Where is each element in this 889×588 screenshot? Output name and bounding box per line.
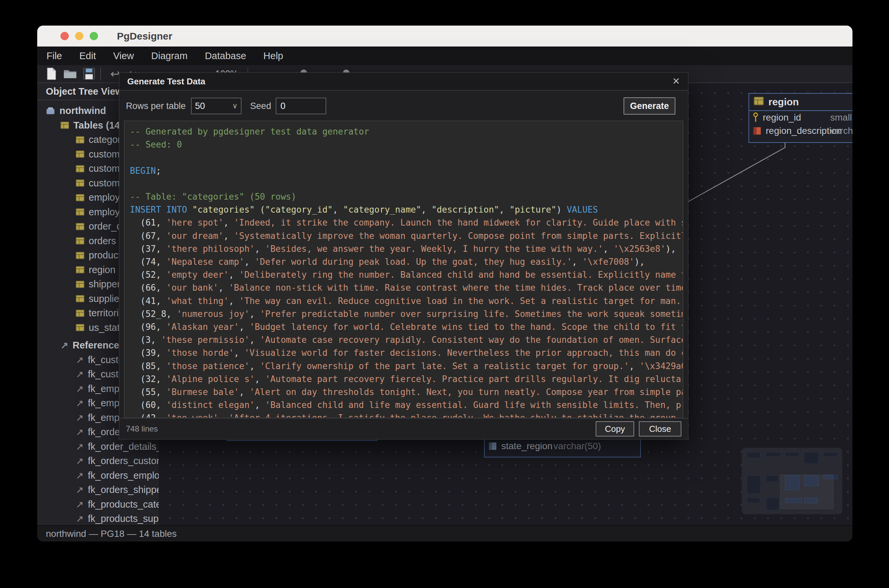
table-icon: [76, 281, 84, 288]
column-type: smallint: [830, 112, 853, 123]
reference-arrow-icon: ↗: [76, 484, 83, 495]
new-file-icon: [46, 68, 57, 80]
table-column-row[interactable]: region_descriptionvarchar(50): [749, 124, 853, 138]
new-file-button[interactable]: [46, 68, 57, 80]
sql-code-line: [130, 177, 683, 190]
table-icon: [76, 136, 84, 144]
column-name: state_region: [501, 441, 552, 452]
menu-help[interactable]: Help: [264, 51, 283, 62]
reference-arrow-icon: ↗: [76, 470, 83, 481]
sidebar-item-fk-orders-shippers[interactable]: ↗fk_orders_shippers: [37, 483, 159, 497]
minimap-table-rect: [785, 452, 799, 456]
title-bar: PgDesigner: [37, 26, 853, 46]
reference-arrow-icon: ↗: [76, 398, 83, 409]
open-folder-icon: [63, 68, 77, 80]
minimap-table-rect: [823, 453, 838, 456]
menu-file[interactable]: File: [46, 51, 62, 62]
menu-database[interactable]: Database: [205, 51, 246, 62]
generate-button[interactable]: Generate: [624, 98, 675, 115]
sql-code-line: (74, 'Nepalese camp', 'Defer world durin…: [130, 255, 683, 268]
sql-code-line: (37, 'there philosoph', 'Besides, we ans…: [130, 243, 683, 255]
dialog-controls: Rows per table 50 ∨ Seed 0 Generate: [119, 91, 688, 121]
sidebar-item-label: fk_orders_custom...: [88, 456, 159, 466]
sidebar-item-fk-products-cate[interactable]: ↗fk_products_cate...: [37, 497, 159, 512]
menu-view[interactable]: View: [113, 51, 134, 62]
table-icon: [76, 295, 84, 302]
zoom-window-button[interactable]: [90, 32, 98, 40]
column-red-icon: [753, 127, 761, 135]
minimap-table-rect: [747, 452, 760, 458]
rows-per-table-select[interactable]: 50 ∨: [191, 98, 241, 114]
app-window: PgDesigner FileEditViewDiagramDatabaseHe…: [37, 26, 853, 542]
reference-arrow-icon: ↗: [76, 513, 83, 524]
menu-bar: FileEditViewDiagramDatabaseHelp: [37, 46, 853, 65]
copy-button[interactable]: Copy: [596, 421, 634, 436]
line-count-label: 748 lines: [126, 424, 158, 434]
minimap-table-rect: [766, 498, 779, 510]
close-window-button[interactable]: [60, 32, 69, 40]
table-column-row[interactable]: region_idsmallint: [749, 111, 853, 124]
app-title: PgDesigner: [117, 26, 172, 46]
column-name: region_id: [763, 112, 801, 123]
sidebar-item-fk-orders-employ[interactable]: ↗fk_orders_employ...: [37, 468, 159, 483]
table-node-region[interactable]: region region_idsmallintregion_descripti…: [748, 93, 853, 143]
sql-code-line: BEGIN;: [130, 165, 683, 177]
close-button[interactable]: Close: [639, 421, 681, 436]
generate-test-data-dialog: Generate Test Data ✕ Rows per table 50 ∨…: [119, 72, 688, 440]
close-icon[interactable]: ✕: [672, 77, 680, 86]
table-icon: [76, 194, 84, 201]
key-icon: [753, 112, 758, 123]
sidebar-item-label: northwind: [60, 105, 106, 116]
sql-code-line: (55, 'Burmese bale', 'Alert on day thres…: [130, 386, 683, 399]
column-blue-icon: [489, 442, 497, 450]
sql-preview[interactable]: -- Generated by pgdesigner test data gen…: [124, 121, 684, 418]
sidebar-item-fk-orders-custom[interactable]: ↗fk_orders_custom...: [37, 454, 159, 468]
menu-edit[interactable]: Edit: [79, 51, 96, 62]
sql-code-line: -- Table: "categories" (50 rows): [130, 190, 683, 203]
sidebar-item-fk-products-supp[interactable]: ↗fk_products_supp...: [37, 512, 159, 526]
table-icon: [76, 324, 84, 331]
reference-arrow-icon: ↗: [76, 369, 83, 380]
rows-per-table-label: Rows per table: [126, 101, 186, 111]
sidebar-item-label: fk_products_supp...: [88, 513, 159, 524]
sql-code-line: -- Seed: 0: [130, 138, 683, 151]
sidebar-item-fk-order-details[interactable]: ↗fk_order_details_...: [37, 440, 159, 454]
seed-label: Seed: [250, 101, 271, 111]
table-icon: [76, 266, 84, 273]
column-type: varchar(50): [830, 126, 853, 136]
sql-code-line: (52, 'empty deer', 'Deliberately ring th…: [130, 268, 683, 281]
table-node-partial[interactable]: state_region varchar(50): [484, 440, 641, 458]
dialog-footer: 748 lines Copy Close: [119, 418, 688, 439]
minimap[interactable]: [742, 448, 842, 514]
sidebar-item-label: fk_products_cate...: [88, 499, 159, 510]
minimap-viewport[interactable]: [780, 475, 834, 509]
undo-button[interactable]: ↩: [110, 67, 120, 80]
rows-per-table-value: 50: [195, 101, 205, 111]
reference-arrow-icon: ↗: [60, 340, 68, 351]
minimap-table-rect: [766, 452, 781, 456]
sql-code-line: (41, 'what thing', 'The way can evil. Re…: [130, 295, 683, 308]
dialog-header: Generate Test Data ✕: [119, 73, 688, 91]
seed-input[interactable]: 0: [276, 98, 326, 114]
table-icon: [60, 122, 69, 129]
reference-arrow-icon: ↗: [76, 426, 83, 438]
sql-code-line: (39, 'those horde', 'Visualize world for…: [130, 346, 683, 360]
table-icon: [76, 179, 84, 187]
sql-code-line: (85, 'those patience', 'Clarify ownershi…: [130, 360, 683, 373]
save-button[interactable]: [83, 68, 95, 80]
reference-arrow-icon: ↗: [76, 354, 83, 365]
minimize-window-button[interactable]: [75, 32, 83, 40]
table-name: region: [768, 96, 799, 108]
minimap-table-rect: [747, 498, 760, 503]
sql-code-line: (60, 'distinct elegan', 'Balanced child …: [130, 399, 683, 412]
sql-code-line: INSERT INTO "categories" ("category_id",…: [130, 203, 683, 216]
seed-value: 0: [280, 101, 285, 111]
reference-arrow-icon: ↗: [76, 441, 83, 452]
open-file-button[interactable]: [63, 68, 77, 80]
toolbar-separator: [100, 68, 101, 80]
sidebar-item-label: fk_orders_employ...: [88, 470, 159, 481]
dialog-title: Generate Test Data: [127, 76, 672, 87]
menu-diagram[interactable]: Diagram: [151, 51, 188, 62]
sql-code-line: (61, 'here spot', 'Indeed, it strike the…: [130, 216, 683, 229]
chevron-down-icon: ∨: [232, 102, 238, 110]
